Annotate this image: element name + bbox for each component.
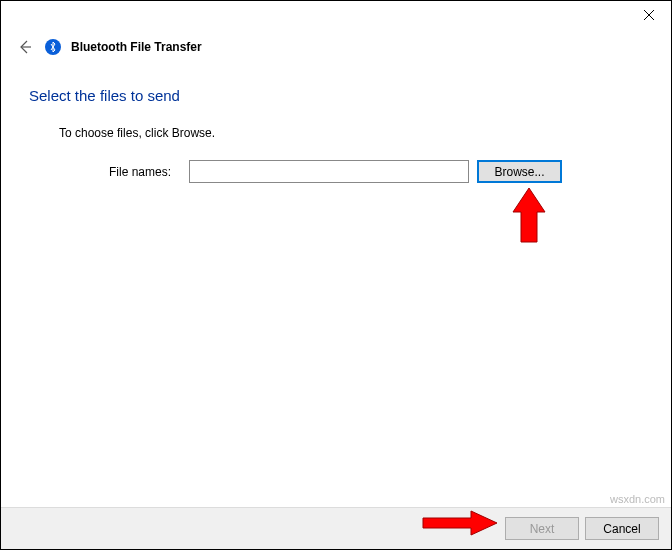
window-title: Bluetooth File Transfer [71, 40, 202, 54]
file-row: File names: Browse... [59, 160, 643, 183]
close-button[interactable] [626, 1, 671, 29]
footer: Next Cancel [1, 507, 671, 549]
close-icon [644, 10, 654, 20]
browse-button[interactable]: Browse... [477, 160, 562, 183]
next-button-label: Next [530, 522, 555, 536]
back-arrow-icon [17, 39, 33, 55]
instruction-text: To choose files, click Browse. [59, 126, 643, 140]
file-names-label: File names: [59, 165, 189, 179]
browse-button-label: Browse... [494, 165, 544, 179]
file-names-input[interactable] [189, 160, 469, 183]
titlebar [1, 1, 671, 31]
arrow-right-icon [421, 509, 499, 537]
bluetooth-icon [45, 39, 61, 55]
cancel-button-label: Cancel [603, 522, 640, 536]
back-button[interactable] [15, 37, 35, 57]
annotation-arrow-right [421, 509, 499, 541]
annotation-arrow-up [509, 186, 549, 250]
next-button[interactable]: Next [505, 517, 579, 540]
header: Bluetooth File Transfer [1, 31, 671, 67]
content-area: Select the files to send To choose files… [1, 67, 671, 183]
cancel-button[interactable]: Cancel [585, 517, 659, 540]
page-heading: Select the files to send [29, 87, 643, 104]
watermark: wsxdn.com [610, 493, 665, 505]
arrow-up-icon [509, 186, 549, 246]
